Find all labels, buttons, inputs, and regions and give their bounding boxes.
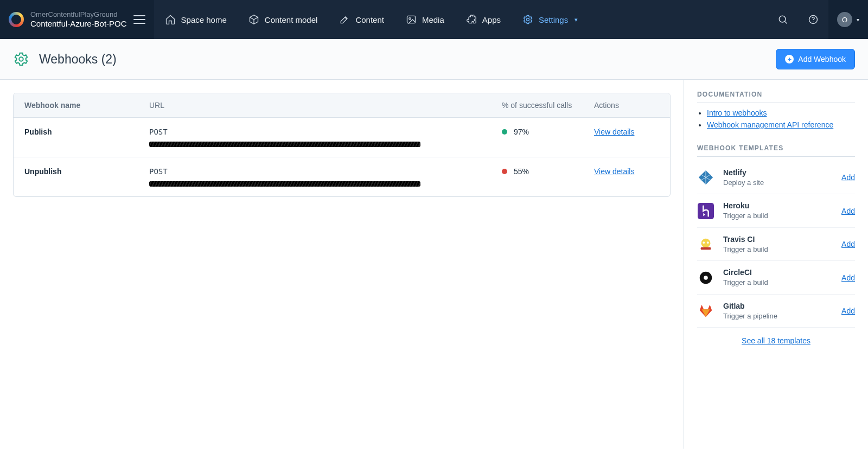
nav-settings[interactable]: Settings ▾ <box>512 0 589 39</box>
template-desc: Trigger a build <box>723 245 768 254</box>
webhook-name: Publish <box>24 127 149 136</box>
doc-link-api-ref[interactable]: Webhook management API reference <box>707 120 833 129</box>
svg-rect-0 <box>407 16 415 23</box>
template-add-link[interactable]: Add <box>841 207 855 215</box>
template-name: Travis CI <box>723 234 768 245</box>
avatar: O <box>837 12 852 27</box>
col-url: URL <box>149 101 502 110</box>
table-row: Publish POST 97% View details <box>14 117 670 157</box>
view-details-link[interactable]: View details <box>594 167 634 176</box>
nav-label: Apps <box>482 15 501 24</box>
nav-links: Space home Content model Content Media A… <box>154 0 589 39</box>
template-desc: Trigger a build <box>723 278 768 288</box>
success-pct: 97% <box>514 127 529 136</box>
http-method: POST <box>149 167 168 176</box>
nav-label: Space home <box>181 15 227 24</box>
space-name: Contentful-Azure-Bot-POC <box>30 19 127 29</box>
svg-point-13 <box>704 276 708 280</box>
nav-media[interactable]: Media <box>395 0 455 39</box>
svg-point-8 <box>701 239 711 248</box>
redacted-url <box>149 181 420 187</box>
webhooks-table: Webhook name URL % of successful calls A… <box>13 93 671 197</box>
user-menu[interactable]: O ▾ <box>828 0 868 39</box>
svg-point-1 <box>409 18 411 20</box>
puzzle-icon <box>466 14 477 25</box>
add-webhook-button[interactable]: + Add Webhook <box>776 49 855 69</box>
svg-rect-9 <box>701 247 711 250</box>
cube-icon <box>248 14 259 25</box>
success-pct: 55% <box>514 167 529 176</box>
template-add-link[interactable]: Add <box>841 307 855 315</box>
nav-space-home[interactable]: Space home <box>154 0 238 39</box>
chevron-down-icon: ▾ <box>575 16 578 23</box>
nav-label: Media <box>422 15 444 24</box>
svg-point-5 <box>813 22 813 22</box>
nav-content[interactable]: Content <box>328 0 395 39</box>
svg-point-3 <box>779 16 786 22</box>
table-header: Webhook name URL % of successful calls A… <box>14 93 670 117</box>
image-icon <box>406 14 417 25</box>
search-button[interactable] <box>768 0 798 39</box>
template-heroku: Heroku Trigger a build Add <box>697 194 855 227</box>
menu-icon[interactable] <box>133 15 145 24</box>
webhook-name: Unpublish <box>24 167 149 176</box>
edit-icon <box>339 14 350 25</box>
nav-label: Content model <box>265 15 318 24</box>
template-name: CircleCI <box>723 267 768 278</box>
status-dot-green <box>502 129 507 135</box>
svg-rect-7 <box>698 203 714 219</box>
template-circleci: CircleCI Trigger a build Add <box>697 261 855 294</box>
svg-point-2 <box>526 18 529 21</box>
template-name: Netlify <box>723 168 764 178</box>
col-pct: % of successful calls <box>502 101 594 110</box>
sidebar: DOCUMENTATION Intro to webhooks Webhook … <box>684 80 868 449</box>
template-add-link[interactable]: Add <box>841 273 855 282</box>
template-travis: Travis CI Trigger a build Add <box>697 228 855 261</box>
space-switcher[interactable]: OmerContentfulPlayGround Contentful-Azur… <box>0 0 154 39</box>
circleci-icon <box>697 269 714 286</box>
template-desc: Trigger a build <box>723 211 768 221</box>
org-name: OmerContentfulPlayGround <box>30 10 127 19</box>
plus-icon: + <box>785 55 794 63</box>
template-add-link[interactable]: Add <box>841 173 855 182</box>
template-name: Gitlab <box>723 301 777 311</box>
view-details-link[interactable]: View details <box>594 127 634 136</box>
svg-point-11 <box>707 241 709 244</box>
col-name: Webhook name <box>24 101 149 110</box>
template-gitlab: Gitlab Trigger a pipeline Add <box>697 295 855 328</box>
home-icon <box>165 14 176 25</box>
settings-gear-icon <box>13 51 29 67</box>
help-button[interactable] <box>798 0 828 39</box>
template-add-link[interactable]: Add <box>841 240 855 248</box>
page-title: Webhooks (2) <box>39 52 117 67</box>
col-actions: Actions <box>594 101 659 110</box>
documentation-list: Intro to webhooks Webhook management API… <box>697 109 855 129</box>
search-icon <box>777 14 788 25</box>
chevron-down-icon: ▾ <box>857 17 859 23</box>
doc-link-intro[interactable]: Intro to webhooks <box>707 109 767 117</box>
http-method: POST <box>149 127 168 136</box>
heroku-icon <box>697 202 714 220</box>
templates-heading: WEBHOOK TEMPLATES <box>697 144 855 157</box>
nav-content-model[interactable]: Content model <box>238 0 329 39</box>
page-header: Webhooks (2) + Add Webhook <box>0 39 868 80</box>
template-name: Heroku <box>723 201 768 211</box>
gear-icon <box>522 14 533 25</box>
see-all-templates-link[interactable]: See all 18 templates <box>742 336 810 345</box>
top-nav: OmerContentfulPlayGround Contentful-Azur… <box>0 0 868 39</box>
template-desc: Trigger a pipeline <box>723 311 777 321</box>
nav-apps[interactable]: Apps <box>455 0 512 39</box>
gitlab-icon <box>697 302 714 320</box>
add-webhook-label: Add Webhook <box>798 55 846 63</box>
table-row: Unpublish POST 55% View details <box>14 157 670 196</box>
documentation-heading: DOCUMENTATION <box>697 91 855 103</box>
nav-label: Settings <box>539 15 568 24</box>
svg-point-6 <box>19 57 23 61</box>
travis-icon <box>697 235 714 253</box>
redacted-url <box>149 142 420 147</box>
help-icon <box>808 14 819 25</box>
contentful-logo <box>9 12 24 27</box>
template-netlify: Netlify Deploy a site Add <box>697 161 855 194</box>
template-desc: Deploy a site <box>723 178 764 188</box>
svg-point-10 <box>703 241 705 244</box>
